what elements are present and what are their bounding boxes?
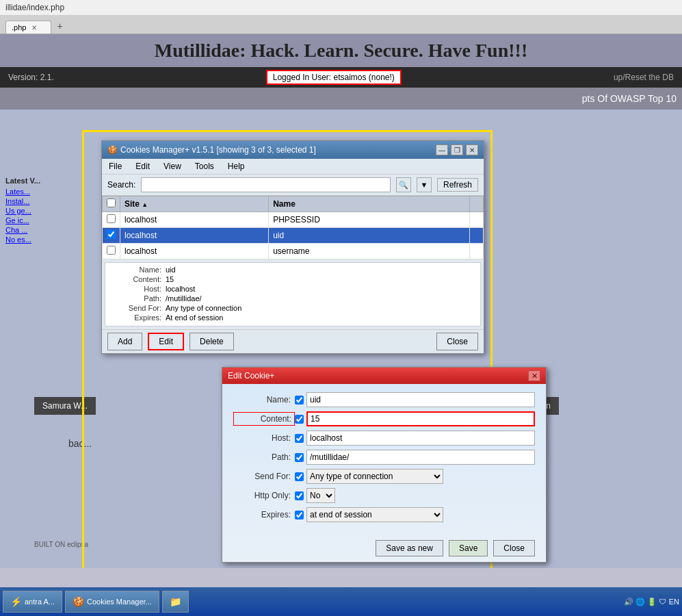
- row-checkbox-2[interactable]: [103, 228, 120, 244]
- detail-name-value: uid: [166, 266, 176, 274]
- name-checkbox[interactable]: [295, 396, 304, 405]
- expires-select[interactable]: at end of session: [306, 507, 443, 522]
- header-site[interactable]: Site ▲: [120, 196, 269, 212]
- search-dropdown-btn[interactable]: ▼: [417, 177, 432, 192]
- detail-expires-value: At end of session: [166, 313, 223, 322]
- edit-btn[interactable]: Edit: [148, 333, 184, 350]
- cookies-manager-title: Cookies Manager+ v1.5.1 [showing 3 of 3,…: [120, 145, 316, 155]
- delete-btn[interactable]: Delete: [189, 333, 234, 350]
- browser-tab[interactable]: .php ✕: [5, 21, 51, 34]
- path-input[interactable]: [306, 450, 535, 465]
- http-only-row: Http Only: No Yes: [233, 488, 535, 503]
- name-input[interactable]: [306, 392, 535, 407]
- detail-name-label: Name:: [111, 266, 166, 274]
- header-name[interactable]: Name: [269, 196, 470, 212]
- host-row: Host:: [233, 431, 535, 446]
- row-name-3: username: [269, 244, 470, 259]
- minimize-btn[interactable]: —: [436, 144, 448, 155]
- detail-host-value: localhost: [166, 285, 195, 293]
- taskbar-icon-3: 📁: [170, 596, 181, 607]
- details-panel: Name: uid Content: 15 Host: localhost Pa…: [105, 262, 481, 326]
- content-input[interactable]: [306, 411, 535, 426]
- content-checkbox[interactable]: [295, 415, 304, 424]
- row-checkbox[interactable]: [103, 212, 120, 228]
- path-checkbox[interactable]: [295, 453, 304, 462]
- save-btn[interactable]: Save: [449, 540, 488, 556]
- sidebar-link-4[interactable]: Ge ic...: [5, 216, 77, 224]
- host-input[interactable]: [306, 431, 535, 446]
- sidebar-link-1[interactable]: Lates...: [5, 188, 77, 196]
- bottom-buttons: Add Edit Delete Close: [102, 329, 484, 353]
- select-all-checkbox[interactable]: [107, 198, 116, 207]
- taskbar-btn-1[interactable]: ⚡ antra A...: [3, 591, 62, 613]
- row-site-1: localhost: [120, 212, 269, 228]
- detail-expires-row: Expires: At end of session: [111, 313, 475, 322]
- reset-db-link[interactable]: up/Reset the DB: [614, 73, 674, 82]
- detail-content-label: Content:: [111, 275, 166, 283]
- send-for-row: Send For: Any type of connection: [233, 469, 535, 484]
- search-button[interactable]: 🔍: [396, 177, 411, 192]
- expand-col: [470, 196, 484, 212]
- name-label: Name:: [233, 395, 295, 405]
- close-edit-btn[interactable]: Close: [493, 540, 535, 556]
- table-row-3[interactable]: localhost username: [103, 244, 484, 259]
- save-as-new-btn[interactable]: Save as new: [376, 540, 443, 556]
- menu-edit[interactable]: Edit: [131, 160, 154, 172]
- mutillidae-header: Mutillidae: Hack. Learn. Secure. Have Fu…: [0, 34, 682, 67]
- cookies-manager-window: 🍪 Cookies Manager+ v1.5.1 [showing 3 of …: [101, 140, 484, 354]
- table-row[interactable]: localhost PHPSESSID: [103, 212, 484, 228]
- content-row: Content:: [233, 411, 535, 426]
- edit-close-btn[interactable]: ✕: [528, 370, 540, 381]
- http-only-checkbox[interactable]: [295, 491, 304, 500]
- tray-icon-1: 🔊: [624, 598, 633, 606]
- expires-checkbox[interactable]: [295, 511, 304, 519]
- search-input[interactable]: [141, 177, 391, 192]
- search-label: Search:: [107, 180, 135, 190]
- send-for-select[interactable]: Any type of connection: [306, 469, 443, 484]
- close-main-btn[interactable]: Close: [436, 333, 478, 350]
- tab-close-btn[interactable]: ✕: [31, 24, 37, 31]
- menu-bar: File Edit View Tools Help: [102, 159, 484, 175]
- taskbar-label-2: Cookies Manager...: [87, 598, 152, 606]
- row-checkbox-3[interactable]: [103, 244, 120, 259]
- sidebar-link-2[interactable]: Instal...: [5, 197, 77, 205]
- taskbar-btn-3[interactable]: 📁: [162, 591, 189, 613]
- table-row-selected[interactable]: localhost uid: [103, 228, 484, 244]
- top-nav: Version: 2.1. Logged In User: etsaimos (…: [0, 67, 682, 88]
- send-for-checkbox[interactable]: [295, 472, 304, 481]
- host-checkbox[interactable]: [295, 434, 304, 443]
- http-only-select[interactable]: No Yes: [306, 488, 335, 503]
- menu-view[interactable]: View: [159, 160, 185, 172]
- send-for-container: Any type of connection: [306, 469, 443, 484]
- close-window-btn[interactable]: ✕: [466, 144, 478, 155]
- add-btn[interactable]: Add: [107, 333, 142, 350]
- taskbar: ⚡ antra A... 🍪 Cookies Manager... 📁 🔊 🌐 …: [0, 587, 682, 616]
- taskbar-btn-2[interactable]: 🍪 Cookies Manager...: [65, 591, 159, 613]
- detail-content-value: 15: [166, 275, 174, 283]
- sidebar-link-6[interactable]: No es...: [5, 235, 77, 244]
- row-name-2: uid: [269, 228, 470, 244]
- name-row: Name:: [233, 392, 535, 407]
- row-site-3: localhost: [120, 244, 269, 259]
- built-on: BUILT ON eclipsa: [34, 541, 88, 548]
- refresh-button[interactable]: Refresh: [437, 178, 478, 192]
- restore-btn[interactable]: ❐: [451, 144, 463, 155]
- table-header: Site ▲ Name: [103, 196, 484, 212]
- address-text: illidae/index.php: [5, 3, 64, 12]
- menu-help[interactable]: Help: [224, 160, 249, 172]
- titlebar-left: 🍪 Cookies Manager+ v1.5.1 [showing 3 of …: [107, 145, 316, 155]
- latest-section: Latest V... Lates... Instal... Us ge... …: [5, 177, 77, 244]
- menu-tools[interactable]: Tools: [191, 160, 218, 172]
- expires-row: Expires: at end of session: [233, 507, 535, 522]
- menu-file[interactable]: File: [105, 160, 126, 172]
- samurai-button[interactable]: Samura W...: [34, 397, 96, 415]
- sidebar-link-5[interactable]: Cha ...: [5, 226, 77, 234]
- logged-in-user-badge: Logged In User: etsaimos (none!): [266, 70, 402, 85]
- http-only-label: Http Only:: [233, 491, 295, 500]
- new-tab-btn[interactable]: +: [51, 18, 68, 34]
- header-checkbox-col: [103, 196, 120, 212]
- browser-chrome: illidae/index.php .php ✕ +: [0, 0, 682, 34]
- expires-label: Expires:: [233, 510, 295, 519]
- row-expand-3: [470, 244, 484, 259]
- sidebar-link-3[interactable]: Us ge...: [5, 207, 77, 215]
